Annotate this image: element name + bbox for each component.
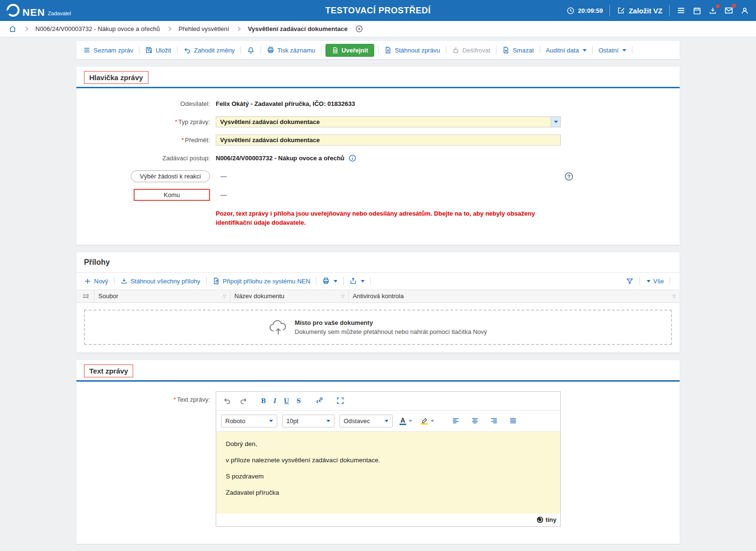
highlight-color-button[interactable] xyxy=(419,416,436,426)
toolbar-divider xyxy=(446,46,446,54)
user-profile-button[interactable] xyxy=(740,6,749,15)
editor-toolbar-row1: B I U S xyxy=(216,392,560,411)
chevron-down-icon xyxy=(409,420,412,422)
column-filter-icon[interactable]: ▽ xyxy=(223,294,226,299)
desifrovat-button: Dešifrovat xyxy=(450,46,493,54)
help-circle-icon[interactable]: ? xyxy=(564,172,574,181)
novy-button[interactable]: Nový xyxy=(82,278,110,285)
font-size-select[interactable]: 10pt xyxy=(282,415,335,427)
calendar-button[interactable] xyxy=(693,6,702,15)
editor-content-area[interactable]: Dobrý den, v příloze naleznete vysvětlen… xyxy=(216,432,560,514)
ostatni-button[interactable]: Ostatní xyxy=(597,47,628,54)
undo-button[interactable] xyxy=(220,395,234,407)
download-icon xyxy=(120,277,128,285)
column-settings-icon[interactable] xyxy=(76,290,94,302)
breadcrumb-item-overview[interactable]: Přehled vysvětlení xyxy=(178,25,229,32)
cloud-upload-icon xyxy=(269,319,288,335)
form-row-komu: Komu — xyxy=(76,189,680,201)
font-family-select[interactable]: Roboto xyxy=(221,415,277,427)
column-filter-icon[interactable]: ▽ xyxy=(672,294,676,299)
filter-button[interactable] xyxy=(624,277,636,285)
italic-button[interactable]: I xyxy=(271,395,279,407)
undo-icon xyxy=(183,46,191,54)
zahodit-zmeny-button[interactable]: Zahodit změny xyxy=(181,46,237,54)
vse-filter-button[interactable]: Vše xyxy=(644,278,666,285)
svg-text:?: ? xyxy=(567,174,570,179)
tisk-zaznamu-button[interactable]: Tisk záznamu xyxy=(265,46,317,54)
ulozit-button[interactable]: Uložit xyxy=(143,46,173,54)
print-attachments-button[interactable] xyxy=(320,277,339,285)
vyber-zadosti-button[interactable]: Výběr žádostí k reakci xyxy=(131,170,210,182)
notification-bell-button[interactable] xyxy=(245,46,257,54)
toolbar-divider xyxy=(540,46,540,54)
divider xyxy=(609,5,610,16)
komu-button[interactable]: Komu xyxy=(134,189,210,201)
form-row-zadavaci-postup: Zadávací postup: N006/24/V00003732 - Nák… xyxy=(76,152,680,164)
stahnout-zpravu-button[interactable]: Stáhnout zprávu xyxy=(382,46,442,54)
pripojit-prilohu-button[interactable]: Připojit přílohu ze systému NEN xyxy=(210,277,313,285)
dropzone-title: Místo pro vaše dokumenty xyxy=(294,319,487,326)
attachments-toolbar: Nový Stáhnout všechny přílohy Připojit p… xyxy=(76,273,680,290)
downloads-button[interactable] xyxy=(708,6,717,15)
notification-dot xyxy=(716,4,720,8)
column-header-nazev-dokumentu[interactable]: Název dokumentu ▽ xyxy=(231,290,349,302)
align-center-button[interactable] xyxy=(468,415,482,427)
breadcrumb-item-procedure[interactable]: N006/24/V00003732 - Nákup ovoce a ořechů xyxy=(35,25,160,32)
plus-icon xyxy=(84,278,91,285)
message-paragraph: Dobrý den, xyxy=(226,440,551,447)
chevron-down-icon xyxy=(647,280,651,282)
main-menu-button[interactable] xyxy=(676,6,686,15)
toolbar-divider xyxy=(241,46,241,54)
strikethrough-button[interactable]: S xyxy=(294,395,304,407)
column-header-soubor[interactable]: Soubor ▽ xyxy=(94,290,231,302)
bold-button[interactable]: B xyxy=(258,395,269,407)
align-right-button[interactable] xyxy=(487,415,501,427)
zadavaci-postup-label: Zadávací postup: xyxy=(76,155,216,162)
close-tab-icon[interactable] xyxy=(355,25,363,33)
toolbar-divider xyxy=(261,46,261,54)
brand-subtitle: Zadavatel xyxy=(48,10,71,17)
align-justify-button[interactable] xyxy=(506,415,520,427)
uverejnit-button[interactable]: Uveřejnit xyxy=(326,44,375,57)
typ-zpravy-input[interactable] xyxy=(216,116,561,127)
form-row-odesilatel: Odesílatel: Felix Okátý - Zadavatel přír… xyxy=(76,98,680,109)
tiny-logo[interactable]: tiny xyxy=(536,516,556,523)
chevron-down-icon xyxy=(326,420,330,422)
align-left-button[interactable] xyxy=(449,415,463,427)
block-format-select[interactable]: Odstavec xyxy=(339,415,393,427)
stahnout-vsechny-prilohy-button[interactable]: Stáhnout všechny přílohy xyxy=(118,277,202,285)
auditni-data-button[interactable]: Auditní data xyxy=(544,47,588,54)
nen-logo[interactable]: NEN Zadavatel xyxy=(7,4,71,17)
messages-button[interactable] xyxy=(724,6,734,15)
column-filter-icon[interactable]: ▽ xyxy=(341,294,345,299)
underline-button[interactable]: U xyxy=(281,395,292,407)
editor-status-bar: tiny xyxy=(216,514,560,526)
text-color-button[interactable]: A xyxy=(398,416,414,426)
column-header-antivirova-kontrola[interactable]: Antivirová kontrola ▽ xyxy=(349,290,680,302)
combo-dropdown-icon[interactable] xyxy=(551,117,560,127)
link-button[interactable] xyxy=(312,395,326,407)
info-circle-icon[interactable] xyxy=(348,154,357,162)
attachments-dropzone[interactable]: Místo pro vaše dokumenty Dokumenty sem m… xyxy=(84,310,672,345)
home-icon[interactable] xyxy=(9,25,17,33)
record-toolbar: Seznam zpráv Uložit Zahodit změny Tisk z… xyxy=(76,41,680,59)
export-icon xyxy=(349,277,357,285)
unlock-icon xyxy=(452,46,460,54)
seznam-zprav-button[interactable]: Seznam zpráv xyxy=(81,46,135,54)
attach-doc-icon xyxy=(212,277,220,285)
zalozit-vz-button[interactable]: Založit VZ xyxy=(617,6,662,15)
list-icon xyxy=(83,46,91,54)
redo-button[interactable] xyxy=(236,395,251,407)
smazat-button[interactable]: Smazat xyxy=(500,46,536,54)
toolbar-divider xyxy=(670,277,670,285)
message-paragraph: Zadavatel příručka xyxy=(226,489,551,496)
session-time: 20:09:59 xyxy=(578,7,603,14)
topbar: NEN Zadavatel TESTOVACÍ PROSTŘEDÍ 20:09:… xyxy=(0,0,756,21)
rich-text-editor: B I U S Roboto 10pt Odstavec A xyxy=(216,391,561,527)
attachments-table-header: Soubor ▽ Název dokumentu ▽ Antivirová ko… xyxy=(76,290,680,303)
breadcrumb: N006/24/V00003732 - Nákup ovoce a ořechů… xyxy=(0,21,756,37)
predmet-input[interactable] xyxy=(216,135,561,146)
section-prilohy: Přílohy Nový Stáhnout všechny přílohy Př… xyxy=(76,252,680,353)
fullscreen-button[interactable] xyxy=(333,395,347,407)
export-attachments-button[interactable] xyxy=(347,277,367,285)
